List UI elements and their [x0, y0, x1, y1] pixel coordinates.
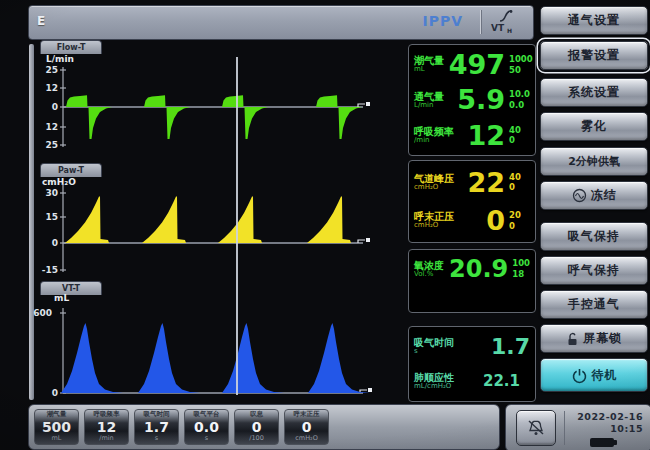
- monitor-value: 5.9: [457, 86, 505, 113]
- flow-tick: 0: [36, 102, 58, 112]
- ventilation-mode-label: IPPV: [422, 13, 463, 29]
- system-settings-button[interactable]: 系统设置: [540, 78, 648, 107]
- setting-unit: /min: [99, 435, 113, 442]
- button-label: 待机: [592, 367, 618, 384]
- alarm-limit-high: 40: [509, 172, 530, 183]
- battery-icon: [590, 438, 614, 447]
- inspiratory-hold-button[interactable]: 吸气保持: [540, 222, 648, 251]
- monitor-peep: 呼末正压cmH₂O 0 200: [414, 202, 530, 241]
- setting-tidal-volume[interactable]: 潮气量 500 mL: [34, 409, 79, 445]
- button-label: 报警设置: [568, 47, 620, 64]
- monitor-minute-volume: 通气量L/min 5.9 10.00.0: [414, 82, 530, 117]
- monitor-lung-compliance: 肺顺应性mL/cmH₂O 22.1: [414, 364, 530, 399]
- volume-waveform-plot: [60, 296, 400, 402]
- vol-wave-cycle: [308, 323, 370, 393]
- monitor-panel-volumes: 潮气量mL 497 100050 通气量L/min 5.9 10.00.0 呼吸…: [408, 44, 536, 156]
- tab-volume-waveform[interactable]: VT-T: [40, 281, 102, 295]
- setting-label: 叹息: [250, 410, 263, 419]
- monitor-unit: cmH₂O: [414, 222, 466, 230]
- nebulizer-button[interactable]: 雾化: [540, 112, 648, 141]
- button-label: 系统设置: [568, 84, 620, 101]
- alarm-settings-button[interactable]: 报警设置: [540, 41, 648, 70]
- date-label: 2022-02-16: [577, 411, 643, 422]
- setting-inspiratory-plateau[interactable]: 吸气平台 0.0 s: [184, 409, 229, 445]
- ventilation-settings-button[interactable]: 通气设置: [540, 6, 648, 35]
- setting-unit: mL: [52, 435, 62, 442]
- setting-value: 0: [252, 419, 262, 435]
- flow-tick: 12: [36, 122, 58, 132]
- monitor-value: 22: [466, 169, 505, 196]
- setting-unit: /100: [249, 435, 264, 442]
- setting-respiratory-rate[interactable]: 呼吸频率 12 /min: [84, 409, 129, 445]
- setting-inspiratory-time[interactable]: 吸气时间 1.7 s: [134, 409, 179, 445]
- setting-peep[interactable]: 呼末正压 0 cmH₂O: [284, 409, 329, 445]
- flow-tick: 25: [36, 65, 58, 75]
- monitor-peak-pressure: 气道峰压cmH₂O 22 400: [414, 163, 530, 202]
- alarm-silence-button[interactable]: [516, 410, 556, 446]
- tab-label: Paw-T: [58, 166, 84, 175]
- setting-value: 1.7: [144, 419, 169, 435]
- two-min-oxygen-button[interactable]: 2分钟供氧: [540, 147, 648, 176]
- volume-tick: 600: [30, 308, 52, 318]
- trigger-label: VT: [491, 23, 504, 33]
- manual-ventilation-button[interactable]: 手控通气: [540, 290, 648, 319]
- setting-label: 呼末正压: [294, 410, 320, 419]
- setting-label: 吸气平台: [194, 410, 220, 419]
- alarm-limit-low: 0: [509, 182, 530, 193]
- screen-lock-button[interactable]: 屏幕锁: [540, 324, 648, 353]
- setting-unit: s: [155, 435, 158, 442]
- monitor-value: 12: [466, 122, 505, 149]
- monitor-unit: L/min: [414, 102, 457, 110]
- monitor-label: 氧浓度: [414, 260, 449, 271]
- vol-wave-cycle: [138, 323, 200, 393]
- button-label: 呼气保持: [568, 262, 620, 279]
- tab-pressure-waveform[interactable]: Paw-T: [40, 163, 102, 177]
- pressure-waveform-plot: [60, 178, 400, 280]
- setting-sigh[interactable]: 叹息 0 /100: [234, 409, 279, 445]
- flow-wave-cycle: [144, 95, 190, 139]
- tab-label: VT-T: [62, 284, 80, 293]
- unlock-icon: [566, 331, 579, 346]
- flow-wave-cycle: [316, 95, 362, 139]
- flow-waveform-plot: [60, 55, 400, 155]
- button-label: 手控通气: [568, 296, 620, 313]
- settings-strip: 潮气量 500 mL 呼吸频率 12 /min 吸气时间 1.7 s 吸气平台 …: [28, 404, 500, 450]
- ventilator-screen: E IPPV VT H 通气设置 报警设置 系统设置 雾化 2分钟供氧 冻结 吸…: [0, 0, 650, 450]
- alarm-limit-high: 40: [509, 125, 530, 136]
- alarm-limit-low: 0.0: [509, 100, 530, 111]
- monitor-panel-oxygen: 氧浓度Vol.% 20.9 10018: [408, 249, 536, 313]
- flow-wave-cycle: [222, 95, 268, 139]
- sweep-cursor-line: [236, 57, 238, 395]
- topbar-divider: [480, 10, 481, 34]
- monitor-panel-pressures: 气道峰压cmH₂O 22 400 呼末正压cmH₂O 0 200: [408, 160, 536, 243]
- monitor-unit: cmH₂O: [414, 184, 466, 192]
- power-icon: [571, 367, 588, 384]
- monitor-value: 1.7: [466, 336, 530, 358]
- paw-wave-cycle: [65, 197, 109, 244]
- monitor-unit: mL/cmH₂O: [414, 383, 466, 391]
- tab-flow-waveform[interactable]: Flow-T: [40, 40, 102, 54]
- standby-button[interactable]: 待机: [540, 358, 648, 392]
- button-label: 2分钟供氧: [568, 154, 620, 169]
- monitor-unit: Vol.%: [414, 271, 449, 279]
- setting-label: 呼吸频率: [94, 410, 120, 419]
- freeze-button[interactable]: 冻结: [540, 181, 648, 210]
- setting-value: 12: [97, 419, 116, 435]
- alarm-limit-high: 100: [512, 258, 530, 269]
- top-status-bar: E IPPV VT H: [28, 5, 534, 40]
- setting-unit: s: [205, 435, 208, 442]
- button-label: 冻结: [591, 187, 617, 204]
- info-divider: [564, 411, 565, 445]
- vol-wave-cycle: [222, 323, 284, 393]
- freeze-waveform-icon: [572, 188, 587, 203]
- monitor-label: 吸气时间: [414, 337, 466, 348]
- monitor-value: 20.9: [449, 257, 508, 281]
- monitor-respiratory-rate: 呼吸频率/min 12 400: [414, 118, 530, 153]
- paw-wave-cycle: [142, 197, 186, 244]
- expiratory-hold-button[interactable]: 呼气保持: [540, 256, 648, 285]
- setting-label: 潮气量: [47, 410, 67, 419]
- paw-tick: 30: [36, 188, 58, 198]
- paw-tick: 15: [36, 212, 58, 222]
- corner-label: E: [37, 14, 45, 28]
- alarm-limit-high: 1000: [509, 54, 530, 65]
